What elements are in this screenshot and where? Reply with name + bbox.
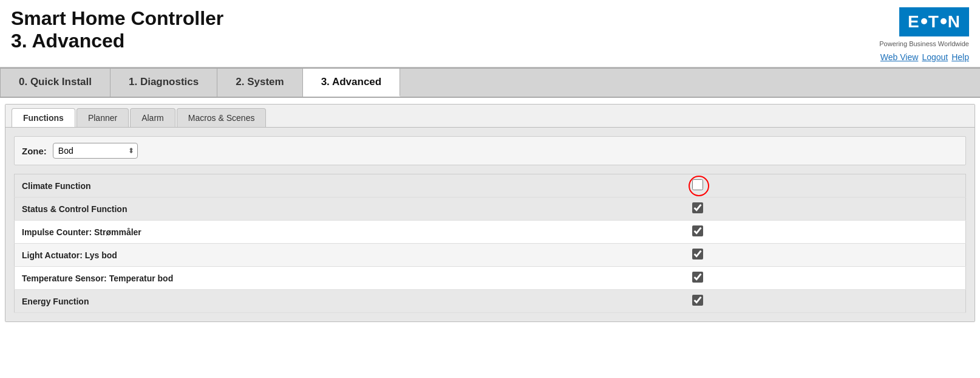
- main-tabs: 0. Quick Install 1. Diagnostics 2. Syste…: [0, 67, 980, 98]
- eaton-tagline: Powering Business Worldwide: [879, 40, 969, 47]
- zone-label: Zone:: [22, 146, 47, 156]
- function-label: Energy Function: [15, 290, 681, 313]
- function-checkbox-cell: [680, 174, 965, 198]
- sub-tab-alarm[interactable]: Alarm: [130, 108, 175, 127]
- logout-link[interactable]: Logout: [922, 52, 948, 62]
- inner-content: Zone: BodKitchenLiving RoomBedroomBathro…: [5, 128, 975, 321]
- function-checkbox[interactable]: [692, 179, 703, 190]
- eaton-logo: ETN: [899, 7, 969, 36]
- table-row: Status & Control Function: [15, 198, 966, 221]
- function-checkbox[interactable]: [692, 249, 703, 259]
- page-title: Smart Home Controller 3. Advanced: [11, 7, 223, 52]
- web-view-link[interactable]: Web View: [880, 52, 919, 62]
- function-label: Light Actuator: Lys bod: [15, 244, 681, 267]
- tab-quick-install[interactable]: 0. Quick Install: [0, 69, 111, 97]
- function-checkbox-cell: [680, 221, 965, 244]
- zone-select[interactable]: BodKitchenLiving RoomBedroomBathroom: [53, 143, 138, 159]
- function-label: Status & Control Function: [15, 198, 681, 221]
- sub-tabs: Functions Planner Alarm Macros & Scenes: [5, 105, 975, 128]
- tab-diagnostics[interactable]: 1. Diagnostics: [111, 69, 217, 97]
- table-row: Light Actuator: Lys bod: [15, 244, 966, 267]
- function-checkbox-cell: [680, 198, 965, 221]
- help-link[interactable]: Help: [951, 52, 969, 62]
- tab-advanced[interactable]: 3. Advanced: [303, 69, 401, 97]
- function-checkbox-cell: [680, 244, 965, 267]
- content-area: Functions Planner Alarm Macros & Scenes …: [5, 104, 975, 322]
- function-checkbox-cell: [680, 290, 965, 313]
- function-checkbox-cell: [680, 267, 965, 290]
- function-checkbox[interactable]: [692, 202, 703, 213]
- function-checkbox[interactable]: [692, 225, 703, 236]
- eaton-logo-text: ETN: [908, 12, 961, 32]
- header-right: ETN Powering Business Worldwide Web View…: [879, 7, 969, 62]
- tab-system[interactable]: 2. System: [217, 69, 302, 97]
- zone-row: Zone: BodKitchenLiving RoomBedroomBathro…: [14, 136, 966, 165]
- header: Smart Home Controller 3. Advanced ETN Po…: [0, 0, 980, 67]
- sub-tab-functions[interactable]: Functions: [12, 108, 75, 127]
- table-row: Temperature Sensor: Temperatur bod: [15, 267, 966, 290]
- sub-tab-planner[interactable]: Planner: [77, 108, 129, 127]
- checkbox-highlight-wrap: [692, 179, 703, 192]
- functions-table: Climate FunctionStatus & Control Functio…: [14, 174, 966, 313]
- function-checkbox[interactable]: [692, 272, 703, 283]
- table-row: Energy Function: [15, 290, 966, 313]
- function-label: Temperature Sensor: Temperatur bod: [15, 267, 681, 290]
- table-row: Climate Function: [15, 174, 966, 198]
- title-line1: Smart Home Controller: [11, 7, 223, 30]
- eaton-logo-box: ETN: [899, 7, 969, 36]
- function-label: Climate Function: [15, 174, 681, 198]
- header-links: Web View Logout Help: [880, 52, 969, 62]
- title-line2: 3. Advanced: [11, 30, 223, 52]
- table-row: Impulse Counter: Strømmåler: [15, 221, 966, 244]
- sub-tab-macros-scenes[interactable]: Macros & Scenes: [177, 108, 267, 127]
- function-checkbox[interactable]: [692, 295, 703, 306]
- zone-select-wrap: BodKitchenLiving RoomBedroomBathroom: [53, 143, 138, 159]
- function-label: Impulse Counter: Strømmåler: [15, 221, 681, 244]
